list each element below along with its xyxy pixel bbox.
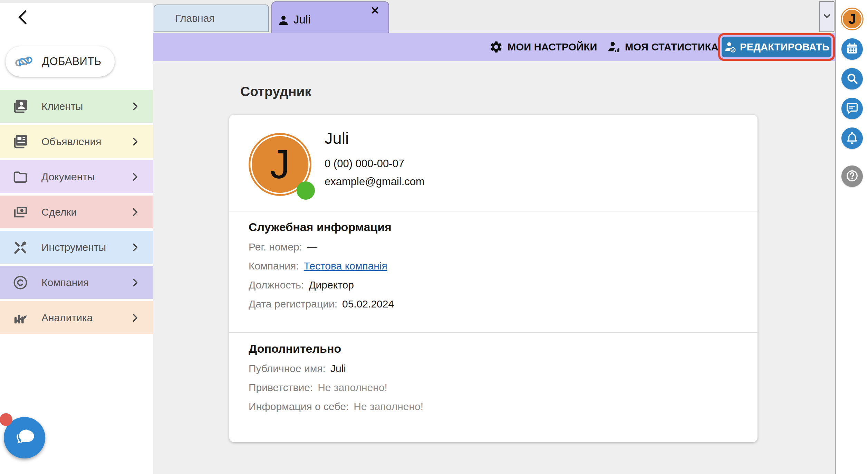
calendar-button[interactable] — [841, 38, 863, 60]
search-button[interactable] — [841, 68, 863, 89]
edit-button-label: РЕДАКТИРОВАТЬ — [740, 41, 829, 53]
info-row-greeting: Приветствие: Не заполнено! — [249, 378, 744, 397]
help-button[interactable] — [841, 165, 863, 187]
user-avatar-button[interactable]: J — [841, 8, 864, 30]
chevron-right-icon — [129, 136, 141, 147]
sidebar-item-label: Документы — [41, 171, 95, 183]
row-label: Приветствие: — [249, 382, 313, 394]
messages-button[interactable] — [841, 98, 863, 119]
info-row-reg-number: Рег. номер: — — [249, 237, 744, 256]
chat-notification-badge — [0, 413, 12, 426]
company-link[interactable]: Тестова компанія — [304, 260, 387, 272]
sidebar-item-label: Инструменты — [41, 241, 106, 253]
main-content: Сотрудник J Juli 0 (00) 000-00-07 exampl… — [153, 61, 835, 474]
row-label: Рег. номер: — [249, 241, 302, 253]
sidebar: ДОБАВИТЬ Клиенты Объявления — [0, 0, 153, 474]
tab-home[interactable]: Главная — [154, 4, 269, 32]
sidebar-item-label: Компания — [41, 277, 89, 288]
row-label: Компания: — [249, 260, 299, 272]
help-icon — [845, 169, 859, 184]
employee-profile-header: J Juli 0 (00) 000-00-07 example@gmail.co… — [229, 115, 758, 211]
tab-employee-juli[interactable]: Juli ✕ — [271, 1, 389, 33]
online-status-dot — [297, 181, 315, 200]
row-value: 05.02.2024 — [342, 298, 394, 310]
clients-icon — [12, 98, 28, 114]
sidebar-item-company[interactable]: Компания — [0, 266, 153, 299]
back-button[interactable] — [15, 8, 32, 26]
right-icon-rail: J — [835, 0, 868, 474]
tab-overflow-button[interactable] — [819, 1, 835, 32]
chevron-right-icon — [129, 242, 141, 253]
chat-icon — [845, 101, 859, 116]
my-statistics-label: МОЯ СТАТИСТИКА — [625, 41, 718, 53]
employee-card: J Juli 0 (00) 000-00-07 example@gmail.co… — [229, 115, 758, 442]
chevron-right-icon — [129, 207, 141, 218]
company-icon — [12, 275, 28, 291]
employee-email: example@gmail.com — [325, 176, 425, 188]
chevron-right-icon — [129, 277, 141, 288]
sidebar-menu: Клиенты Объявления Документы — [0, 90, 153, 336]
chevron-right-icon — [129, 312, 141, 323]
app-window: ДОБАВИТЬ Клиенты Объявления — [0, 0, 868, 474]
avatar: J — [249, 133, 311, 196]
ads-icon — [12, 134, 28, 150]
documents-icon — [12, 169, 28, 185]
tab-bar: Главная Juli ✕ — [153, 0, 835, 33]
row-label: Дата регистрации: — [249, 298, 337, 310]
avatar-letter: J — [848, 11, 856, 27]
analytics-icon — [12, 310, 28, 326]
gear-icon — [489, 40, 503, 54]
info-row-about: Информация о себе: Не заполнено! — [249, 397, 744, 416]
my-settings-button[interactable]: МОИ НАСТРОЙКИ — [489, 33, 597, 61]
my-settings-label: МОИ НАСТРОЙКИ — [508, 41, 597, 53]
info-row-public-name: Публичное имя: Juli — [249, 359, 744, 378]
chevron-right-icon — [129, 171, 141, 182]
notifications-button[interactable] — [841, 127, 863, 149]
section-title: Служебная информация — [249, 220, 744, 234]
sidebar-item-analytics[interactable]: Аналитика — [0, 301, 153, 334]
sidebar-item-label: Объявления — [41, 136, 102, 148]
tab-home-label: Главная — [175, 12, 214, 24]
row-value: Не заполнено! — [318, 382, 387, 394]
employee-toolbar: МОИ НАСТРОЙКИ МОЯ СТАТИСТИКА РЕДАКТИРОВА… — [153, 33, 835, 61]
avatar-letter: J — [270, 144, 290, 184]
add-button-label: ДОБАВИТЬ — [42, 55, 102, 68]
section-title: Дополнительно — [249, 342, 744, 356]
calendar-icon — [845, 42, 859, 57]
person-edit-icon — [724, 40, 736, 54]
additional-section: Дополнительно Публичное имя: Juli Привет… — [229, 332, 758, 442]
search-icon — [845, 72, 859, 86]
info-row-registration-date: Дата регистрации: 05.02.2024 — [249, 294, 744, 313]
row-value: Директор — [309, 279, 354, 291]
sidebar-item-clients[interactable]: Клиенты — [0, 90, 153, 123]
sidebar-item-tools[interactable]: Инструменты — [0, 231, 153, 264]
info-row-company: Компания: Тестова компанія — [249, 256, 744, 275]
my-statistics-button[interactable]: МОЯ СТАТИСТИКА — [607, 33, 718, 61]
app-logo-icon — [14, 51, 34, 72]
add-button[interactable]: ДОБАВИТЬ — [6, 46, 115, 77]
close-icon[interactable]: ✕ — [370, 5, 379, 17]
person-stats-icon — [607, 40, 620, 54]
edit-button[interactable]: РЕДАКТИРОВАТЬ — [722, 37, 831, 57]
chevron-left-icon — [15, 22, 32, 27]
sidebar-item-deals[interactable]: Сделки — [0, 196, 153, 228]
person-icon — [277, 14, 290, 27]
chat-bubbles-icon — [11, 424, 38, 452]
sidebar-item-documents[interactable]: Документы — [0, 160, 153, 193]
chevron-down-icon — [821, 10, 833, 23]
page-title: Сотрудник — [240, 84, 311, 99]
sidebar-item-label: Сделки — [41, 206, 77, 218]
row-value: — — [307, 241, 317, 253]
info-row-position: Должность: Директор — [249, 275, 744, 294]
employee-name: Juli — [325, 129, 349, 148]
window-top-edge — [0, 0, 153, 3]
service-info-section: Служебная информация Рег. номер: — Компа… — [229, 211, 758, 332]
row-value: Juli — [330, 363, 346, 375]
deals-icon — [12, 204, 28, 220]
tools-icon — [12, 239, 28, 255]
sidebar-item-label: Аналитика — [41, 312, 93, 324]
sidebar-item-ads[interactable]: Объявления — [0, 125, 153, 158]
chevron-right-icon — [129, 101, 141, 112]
row-label: Должность: — [249, 279, 304, 291]
row-label: Информация о себе: — [249, 401, 349, 413]
